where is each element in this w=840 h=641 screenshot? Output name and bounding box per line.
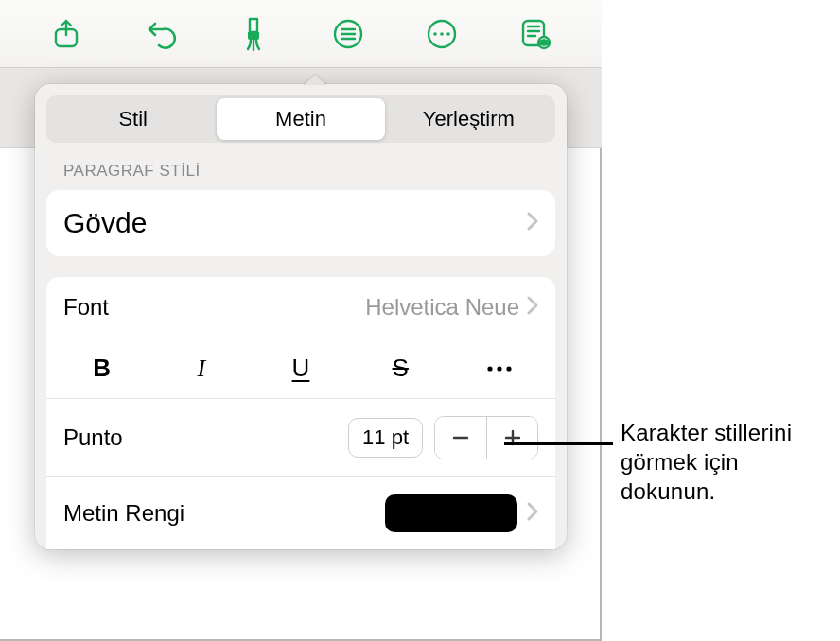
character-styles-more-button[interactable] — [450, 341, 550, 396]
text-color-label: Metin Rengi — [63, 500, 184, 527]
font-label: Font — [63, 294, 109, 320]
text-style-row: B I U S — [46, 338, 555, 398]
chevron-right-icon — [527, 296, 538, 319]
font-card: Font Helvetica Neue B I U S Punto 11 pt — [46, 277, 555, 549]
reading-mode-icon[interactable] — [514, 12, 557, 56]
popover-arrow — [304, 74, 326, 85]
tab-style[interactable]: Stil — [49, 98, 217, 140]
size-label: Punto — [63, 424, 123, 451]
bold-button[interactable]: B — [52, 341, 151, 396]
callout-text: Karakter stillerini görmek için dokunun. — [621, 418, 840, 507]
tab-layout[interactable]: Yerleştirm — [385, 98, 552, 140]
svg-point-16 — [498, 366, 502, 371]
format-popover: Stil Metin Yerleştirm PARAGRAF STİLİ Göv… — [35, 84, 567, 549]
paragraph-style-card: Gövde — [46, 190, 555, 256]
undo-icon[interactable] — [138, 12, 182, 56]
paragraph-style-row[interactable]: Gövde — [46, 190, 555, 256]
tab-text[interactable]: Metin — [217, 98, 384, 140]
strikethrough-button[interactable]: S — [351, 341, 450, 396]
svg-point-15 — [488, 366, 493, 371]
chevron-right-icon — [527, 502, 538, 525]
top-toolbar — [0, 0, 602, 68]
section-label-paragraph-style: PARAGRAF STİLİ — [63, 162, 555, 181]
chevron-right-icon — [527, 212, 538, 234]
size-decrease-button[interactable] — [435, 417, 486, 459]
underline-button[interactable]: U — [251, 341, 350, 396]
list-icon[interactable] — [326, 12, 370, 56]
font-row[interactable]: Font Helvetica Neue — [46, 277, 555, 338]
svg-point-7 — [440, 32, 444, 36]
svg-point-6 — [433, 32, 437, 36]
paragraph-style-value: Gövde — [63, 207, 527, 239]
text-color-row[interactable]: Metin Rengi — [46, 476, 555, 549]
size-value[interactable]: 11 pt — [348, 418, 423, 458]
share-icon[interactable] — [44, 12, 88, 56]
format-brush-icon[interactable] — [232, 12, 275, 56]
font-value: Helvetica Neue — [365, 294, 519, 320]
svg-point-17 — [507, 366, 512, 371]
text-color-swatch[interactable] — [385, 494, 517, 532]
more-icon[interactable] — [420, 12, 464, 56]
size-row: Punto 11 pt — [46, 398, 555, 476]
size-stepper — [434, 416, 538, 459]
segmented-tabs: Stil Metin Yerleştirm — [46, 95, 555, 143]
callout-leader-line — [504, 442, 613, 445]
italic-button[interactable]: I — [151, 341, 251, 396]
size-increase-button[interactable] — [486, 417, 537, 459]
svg-point-8 — [446, 32, 450, 36]
